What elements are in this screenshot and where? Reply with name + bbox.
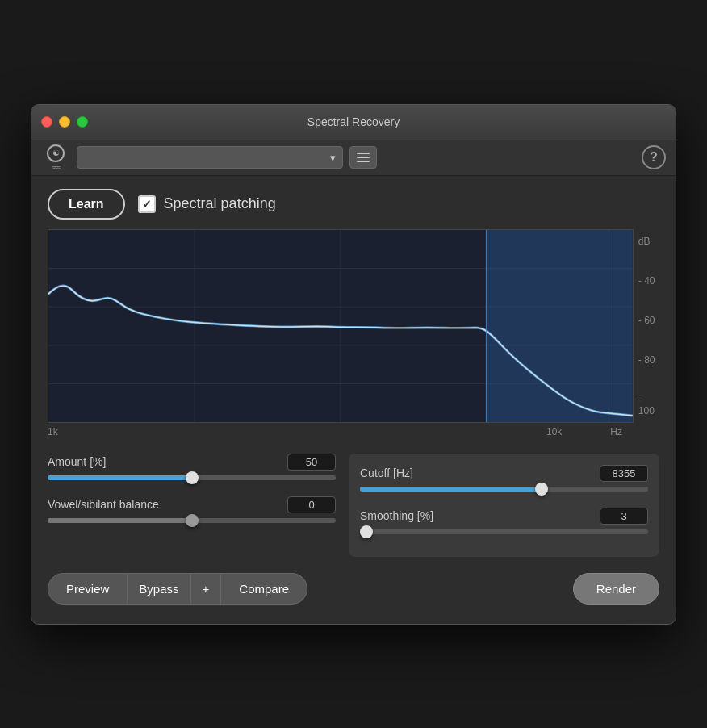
bypass-button[interactable]: Bypass [128,573,190,605]
hamburger-line-1 [357,153,370,154]
x-label-1k: 1k [48,426,58,437]
checkbox-check-icon: ✓ [142,198,152,211]
x-label-hz: Hz [610,426,622,437]
spectrum-container: dB - 40 - 60 - 80 - 100 1k 10k Hz [48,229,659,441]
db-label-title: dB [638,236,659,247]
smoothing-value[interactable]: 3 [600,508,648,525]
amount-slider[interactable] [48,475,336,480]
logo-icon: ☯ ≈≈≈ [41,143,70,172]
x-label-10k: 10k [546,426,562,437]
main-content: Learn ✓ Spectral patching [31,176,676,624]
db-label-80: - 80 [638,354,659,366]
cutoff-slider-fill [360,487,542,492]
smoothing-control: Smoothing [%] 3 [360,508,648,534]
title-bar: Spectral Recovery [31,105,676,140]
spectrum-chart [48,229,634,423]
cutoff-label: Cutoff [Hz] [360,467,413,479]
smoothing-slider-thumb[interactable] [360,525,373,538]
logo-waves: ≈≈≈ [52,164,60,171]
preview-button[interactable]: Preview [48,573,128,605]
vowel-slider-thumb[interactable] [186,514,199,527]
vowel-slider-fill [48,518,192,523]
toolbar: ☯ ≈≈≈ ▾ ? [31,140,676,176]
right-controls: Cutoff [Hz] 8355 Smoothing [%] 3 [349,454,659,557]
left-controls: Amount [%] 50 Vowel/sibilant balance 0 [48,454,336,557]
amount-slider-thumb[interactable] [186,471,199,484]
traffic-lights [41,116,88,128]
cutoff-label-row: Cutoff [Hz] 8355 [360,465,648,482]
dropdown-arrow-icon: ▾ [330,152,336,164]
db-label-40: - 40 [638,275,659,287]
db-label-100: - 100 [638,394,659,416]
vowel-slider[interactable] [48,518,336,523]
menu-button[interactable] [349,146,377,169]
db-labels: dB - 40 - 60 - 80 - 100 [634,229,659,423]
bottom-left-buttons: Preview Bypass + Compare [48,573,307,605]
compare-button[interactable]: Compare [221,573,307,605]
help-icon: ? [650,150,658,165]
db-label-60: - 60 [638,315,659,326]
plus-button[interactable]: + [191,573,222,605]
help-button[interactable]: ? [642,145,666,169]
main-window: Spectral Recovery ☯ ≈≈≈ ▾ ? Learn [31,104,676,625]
spectral-patching-text: Spectral patching [164,195,276,212]
render-button[interactable]: Render [573,573,659,605]
minimize-button[interactable] [59,116,70,128]
amount-label: Amount [%] [48,455,106,468]
vowel-control: Vowel/sibilant balance 0 [48,496,336,523]
spectrum-svg [48,230,633,422]
amount-value[interactable]: 50 [287,454,336,471]
top-controls: Learn ✓ Spectral patching [48,189,659,220]
logo-circle: ☯ [47,144,65,162]
cutoff-slider-thumb[interactable] [535,483,548,496]
spectrum-x-axis: 1k 10k Hz [48,423,659,441]
cutoff-value[interactable]: 8355 [600,465,648,482]
vowel-value[interactable]: 0 [287,496,336,513]
hamburger-line-2 [357,157,370,158]
vowel-label: Vowel/sibilant balance [48,498,159,511]
smoothing-slider[interactable] [360,529,648,534]
vowel-label-row: Vowel/sibilant balance 0 [48,496,336,513]
cutoff-control: Cutoff [Hz] 8355 [360,465,648,492]
amount-label-row: Amount [%] 50 [48,454,336,471]
spectral-patching-checkbox[interactable]: ✓ [138,195,156,213]
bottom-buttons: Preview Bypass + Compare Render [48,573,659,611]
smoothing-label: Smoothing [%] [360,509,433,522]
cutoff-slider[interactable] [360,487,648,492]
amount-control: Amount [%] 50 [48,454,336,480]
maximize-button[interactable] [77,116,88,128]
smoothing-label-row: Smoothing [%] 3 [360,508,648,525]
window-title: Spectral Recovery [307,115,400,128]
close-button[interactable] [41,116,52,128]
controls-section: Amount [%] 50 Vowel/sibilant balance 0 [48,454,659,557]
preset-dropdown[interactable]: ▾ [77,146,343,169]
spectral-patching-label[interactable]: ✓ Spectral patching [138,195,276,213]
learn-button[interactable]: Learn [48,189,125,220]
hamburger-line-3 [357,161,370,162]
amount-slider-fill [48,475,192,480]
